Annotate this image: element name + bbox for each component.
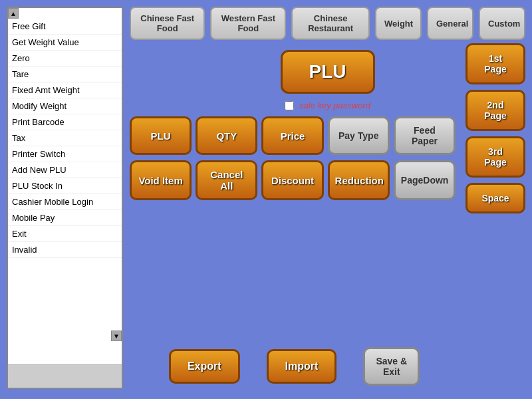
sidebar-item-10[interactable]: PLU Stock In (8, 178, 122, 194)
sidebar-item-14[interactable]: Invalid (8, 242, 122, 258)
plu-main-button[interactable]: PLU (281, 50, 375, 94)
pay-type-btn[interactable]: Pay Type (328, 116, 390, 155)
save-exit-button[interactable]: Save &Exit (363, 347, 420, 386)
main-content: Chinese Fast FoodWestern Fast FoodChines… (130, 7, 525, 392)
actions-row-1: PLUQTYPricePay TypeFeed Paper (130, 116, 456, 155)
export-button[interactable]: Export (169, 349, 240, 384)
void-item-btn[interactable]: Void Item (130, 160, 192, 200)
sidebar-item-7[interactable]: Tax (8, 130, 122, 146)
page3[interactable]: 3rd Page (466, 136, 525, 178)
qty-btn[interactable]: QTY (196, 116, 257, 155)
cancel-all-btn[interactable]: Cancel All (196, 160, 257, 200)
password-label: sale key password (299, 100, 370, 110)
pagedown-btn[interactable]: PageDown (394, 160, 456, 200)
sidebar-item-11[interactable]: Cashier Mobile Login (8, 194, 122, 210)
sidebar-item-2[interactable]: Zero (8, 51, 122, 66)
actions-container: PLUQTYPricePay TypeFeed Paper Void ItemC… (130, 116, 456, 205)
space[interactable]: Space (466, 183, 525, 213)
sidebar-item-13[interactable]: Exit (8, 226, 122, 242)
sidebar: ▲ Free GiftGet Weight ValueZeroTareFixed… (7, 7, 123, 389)
sidebar-item-9[interactable]: Add New PLU (8, 162, 122, 178)
sidebar-bottom (8, 364, 122, 388)
page1[interactable]: 1st Page (466, 43, 525, 84)
feed-paper-btn[interactable]: Feed Paper (394, 116, 456, 155)
sidebar-item-0[interactable]: Free Gift (8, 19, 122, 35)
tab-weight[interactable]: Weight (375, 7, 422, 40)
tab-chinese-fast-food[interactable]: Chinese Fast Food (130, 7, 205, 40)
tab-western-fast-food[interactable]: Western Fast Food (210, 7, 286, 40)
actions-row-2: Void ItemCancel AllDiscountReductionPage… (130, 160, 456, 200)
sidebar-item-1[interactable]: Get Weight Value (8, 35, 122, 51)
bottom-row: Export Import Save &Exit (130, 347, 459, 386)
page-buttons: 1st Page2nd Page3rd PageSpace (466, 43, 525, 213)
sidebar-item-5[interactable]: Modify Weight (8, 98, 122, 114)
tab-general[interactable]: General (427, 7, 473, 40)
sidebar-item-6[interactable]: Print Barcode (8, 114, 122, 130)
tab-custom[interactable]: Custom (479, 7, 525, 40)
sidebar-item-4[interactable]: Fixed Amt Weight (8, 82, 122, 98)
discount-btn[interactable]: Discount (261, 160, 323, 200)
scroll-up-button[interactable]: ▲ (8, 8, 19, 19)
password-checkbox[interactable] (285, 101, 294, 110)
tab-chinese-restaurant[interactable]: Chinese Restaurant (291, 7, 370, 40)
price-btn[interactable]: Price (261, 116, 323, 155)
tabs-row: Chinese Fast FoodWestern Fast FoodChines… (130, 7, 525, 40)
sidebar-item-3[interactable]: Tare (8, 66, 122, 82)
plu-btn[interactable]: PLU (130, 116, 192, 155)
reduction-btn[interactable]: Reduction (328, 160, 390, 200)
sidebar-item-12[interactable]: Mobile Pay (8, 210, 122, 226)
page2[interactable]: 2nd Page (466, 90, 525, 131)
scroll-down-button[interactable]: ▼ (111, 331, 122, 341)
sidebar-list: ▲ Free GiftGet Weight ValueZeroTareFixed… (8, 8, 122, 364)
sidebar-item-8[interactable]: Printer Switch (8, 146, 122, 162)
import-button[interactable]: Import (267, 349, 337, 384)
